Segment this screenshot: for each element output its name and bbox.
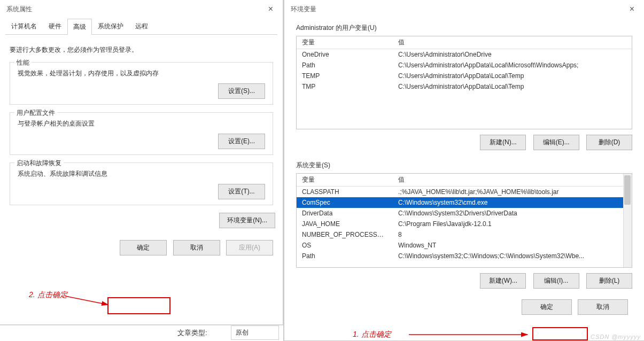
group-用户配置文件: 用户配置文件与登录帐户相关的桌面设置设置(E)... — [10, 112, 273, 155]
tab-远程[interactable]: 远程 — [129, 18, 154, 34]
group-desc: 系统启动、系统故障和调试信息 — [18, 169, 265, 179]
group-desc: 视觉效果，处理器计划，内存使用，以及虚拟内存 — [18, 69, 265, 78]
var-name: TMP — [297, 81, 393, 92]
col-val[interactable]: 值 — [393, 36, 632, 49]
env-vars-dialog: 环境变量 × Administrator 的用户变量(U) 变量 值 OneDr… — [284, 0, 644, 341]
var-name: DriverData — [297, 208, 393, 219]
table-row[interactable]: OSWindows_NT — [297, 240, 623, 251]
close-icon[interactable]: × — [265, 4, 276, 14]
var-name: NUMBER_OF_PROCESSORS — [297, 229, 393, 240]
var-name: CLASSPATH — [297, 187, 393, 198]
system-properties-title: 系统属性 — [6, 5, 32, 14]
table-row[interactable]: NUMBER_OF_PROCESSORS8 — [297, 229, 623, 240]
group-启动和故障恢复: 启动和故障恢复系统启动、系统故障和调试信息设置(T)... — [10, 162, 273, 205]
var-name: Path — [297, 60, 393, 71]
sys-vars-table[interactable]: 变量 值 CLASSPATH.;%JAVA_HOME%\lib\dt.jar;%… — [296, 173, 632, 268]
table-row[interactable]: TEMPC:\Users\Administrator\AppData\Local… — [297, 71, 632, 81]
table-row[interactable]: CLASSPATH.;%JAVA_HOME%\lib\dt.jar;%JAVA_… — [297, 187, 623, 198]
env-vars-titlebar: 环境变量 × — [284, 0, 644, 18]
var-name: OneDrive — [297, 49, 393, 60]
cancel-button[interactable]: 取消 — [173, 240, 220, 255]
var-value: C:\Windows\system32\cmd.exe — [393, 197, 623, 208]
var-value: C:\Users\Administrator\AppData\Local\Tem… — [393, 81, 632, 92]
env-vars-title: 环境变量 — [291, 5, 316, 14]
group-title: 启动和故障恢复 — [14, 159, 64, 168]
group-title: 用户配置文件 — [14, 108, 57, 118]
user-vars-section: Administrator 的用户变量(U) 变量 值 OneDriveC:\U… — [284, 18, 644, 156]
var-value: Windows_NT — [393, 240, 623, 251]
var-value: C:\Users\Administrator\AppData\Local\Tem… — [393, 71, 632, 81]
apply-button[interactable]: 应用(A) — [226, 240, 273, 255]
watermark: CSDN @myyyyy — [591, 334, 641, 340]
env-cancel-button[interactable]: 取消 — [578, 299, 628, 315]
user-edit-button[interactable]: 编辑(E)... — [533, 135, 579, 150]
scrollbar-thumb[interactable] — [624, 175, 631, 205]
tab-计算机名[interactable]: 计算机名 — [5, 18, 43, 34]
sys-vars-label: 系统变量(S) — [296, 161, 632, 170]
tab-系统保护[interactable]: 系统保护 — [92, 18, 129, 34]
env-vars-footer: 确定 取消 — [284, 294, 644, 322]
var-name: Path — [297, 251, 393, 261]
col-var[interactable]: 变量 — [297, 174, 393, 187]
system-properties-tabs: 计算机名硬件高级系统保护远程 — [5, 18, 277, 35]
group-settings-button[interactable]: 设置(T)... — [218, 184, 265, 199]
var-name: TEMP — [297, 71, 393, 81]
var-value: C:\Program Files\Java\jdk-12.0.1 — [393, 219, 623, 229]
table-row[interactable]: OneDriveC:\Users\Administrator\OneDrive — [297, 49, 632, 60]
article-type-label: 文章类型: — [177, 328, 207, 338]
system-properties-dialog: 系统属性 × 计算机名硬件高级系统保护远程 要进行大多数更改，您必须作为管理员登… — [0, 0, 283, 325]
tab-硬件[interactable]: 硬件 — [43, 18, 67, 34]
system-properties-titlebar: 系统属性 × — [0, 0, 283, 18]
scrollbar[interactable] — [623, 174, 632, 267]
var-value: 8 — [393, 229, 623, 240]
col-val[interactable]: 值 — [393, 174, 623, 187]
group-性能: 性能视觉效果，处理器计划，内存使用，以及虚拟内存设置(S)... — [10, 62, 273, 105]
user-vars-label: Administrator 的用户变量(U) — [296, 24, 632, 33]
var-name: ComSpec — [297, 197, 393, 208]
table-row[interactable]: PathC:\Windows\system32;C:\Windows;C:\Wi… — [297, 251, 623, 261]
system-properties-footer: 确定 取消 应用(A) — [0, 235, 283, 263]
var-value: C:\Users\Administrator\AppData\Local\Mic… — [393, 60, 632, 71]
var-value: C:\Users\Administrator\OneDrive — [393, 49, 632, 60]
sys-vars-section: 系统变量(S) 变量 值 CLASSPATH.;%JAVA_HOME%\lib\… — [284, 156, 644, 294]
group-title: 性能 — [14, 58, 32, 67]
admin-note: 要进行大多数更改，您必须作为管理员登录。 — [10, 45, 273, 55]
table-row[interactable]: PathC:\Users\Administrator\AppData\Local… — [297, 60, 632, 71]
sys-delete-button[interactable]: 删除(L) — [586, 273, 632, 289]
sys-new-button[interactable]: 新建(W)... — [480, 273, 526, 289]
user-new-button[interactable]: 新建(N)... — [480, 135, 526, 150]
group-settings-button[interactable]: 设置(E)... — [218, 134, 265, 149]
env-vars-button[interactable]: 环境变量(N)... — [219, 213, 275, 228]
table-row[interactable]: ComSpecC:\Windows\system32\cmd.exe — [297, 197, 623, 208]
env-ok-button[interactable]: 确定 — [522, 299, 572, 315]
tab-高级[interactable]: 高级 — [67, 19, 92, 35]
ok-button[interactable]: 确定 — [120, 240, 167, 255]
user-delete-button[interactable]: 删除(D) — [586, 135, 632, 150]
var-name: OS — [297, 240, 393, 251]
group-desc: 与登录帐户相关的桌面设置 — [18, 119, 265, 128]
article-type-value[interactable]: 原创 — [231, 326, 279, 340]
var-name: JAVA_HOME — [297, 219, 393, 229]
advanced-panel: 要进行大多数更改，您必须作为管理员登录。 性能视觉效果，处理器计划，内存使用，以… — [0, 35, 283, 235]
table-row[interactable]: DriverDataC:\Windows\System32\Drivers\Dr… — [297, 208, 623, 219]
table-row[interactable]: TMPC:\Users\Administrator\AppData\Local\… — [297, 81, 632, 92]
group-settings-button[interactable]: 设置(S)... — [218, 83, 265, 99]
var-value: .;%JAVA_HOME%\lib\dt.jar;%JAVA_HOME%\lib… — [393, 187, 623, 198]
var-value: C:\Windows\System32\Drivers\DriverData — [393, 208, 623, 219]
var-value: C:\Windows\system32;C:\Windows;C:\Window… — [393, 251, 623, 261]
user-vars-table[interactable]: 变量 值 OneDriveC:\Users\Administrator\OneD… — [296, 36, 632, 129]
table-row[interactable]: JAVA_HOMEC:\Program Files\Java\jdk-12.0.… — [297, 219, 623, 229]
col-var[interactable]: 变量 — [297, 36, 393, 49]
close-icon[interactable]: × — [626, 4, 638, 14]
sys-edit-button[interactable]: 编辑(I)... — [533, 273, 579, 289]
